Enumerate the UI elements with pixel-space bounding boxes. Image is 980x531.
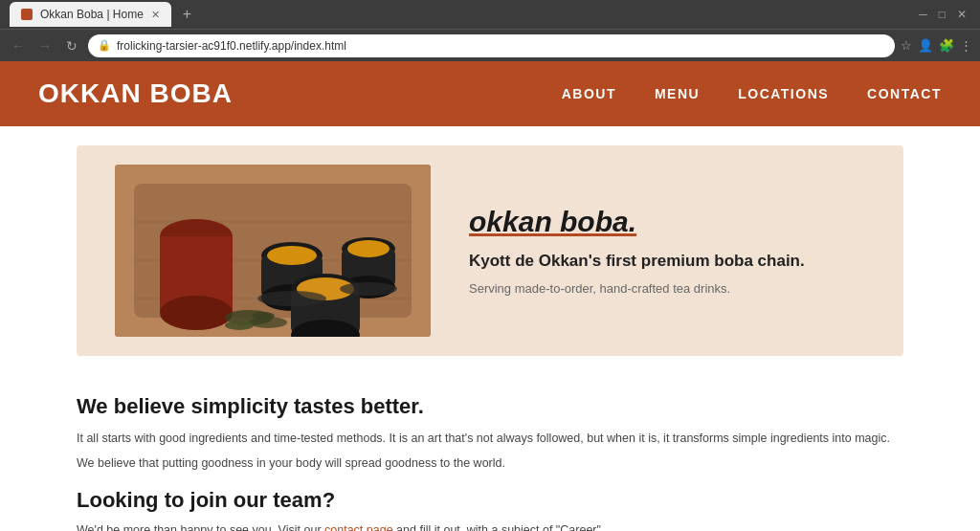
hero-tagline: Serving made-to-order, hand-crafted tea … [469, 281, 865, 296]
back-button[interactable]: ← [8, 38, 29, 54]
website: OKKAN BOBA ABOUT MENU LOCATIONS CONTACT [0, 61, 980, 531]
reload-button[interactable]: ↻ [61, 38, 82, 54]
hero-subtitle: Kyott de Okkan's first premium boba chai… [469, 250, 865, 273]
svg-point-25 [340, 282, 397, 296]
menu-icon[interactable]: ⋮ [960, 38, 972, 53]
nav-about[interactable]: ABOUT [562, 86, 616, 101]
window-controls: ─ □ ✕ [915, 8, 970, 21]
svg-point-15 [267, 246, 317, 265]
hero-text: okkan boba. Kyott de Okkan's first premi… [469, 206, 865, 297]
section2-body: We'd be more than happy to see you. Visi… [77, 520, 903, 531]
nav-links: ABOUT MENU LOCATIONS CONTACT [562, 86, 942, 101]
active-tab[interactable]: Okkan Boba | Home ✕ [10, 2, 171, 27]
section1-title: We believe simplicity tastes better. [77, 394, 903, 419]
maximize-button[interactable]: □ [935, 8, 949, 21]
nav-contact[interactable]: CONTACT [867, 86, 942, 101]
nav-locations[interactable]: LOCATIONS [738, 86, 829, 101]
tab-close-button[interactable]: ✕ [151, 9, 160, 21]
profile-icon[interactable]: 👤 [918, 38, 933, 53]
main-content: We believe simplicity tastes better. It … [0, 375, 980, 531]
extension-icon[interactable]: 🧩 [939, 38, 954, 53]
svg-point-10 [225, 321, 254, 330]
browser-tab-bar: Okkan Boba | Home ✕ + ─ □ ✕ [0, 0, 980, 29]
close-button[interactable]: ✕ [953, 8, 970, 21]
site-logo[interactable]: OKKAN BOBA [38, 78, 233, 109]
section2-body-prefix: We'd be more than happy to see you. Visi… [77, 523, 324, 531]
bookmark-icon[interactable]: ☆ [901, 38, 912, 53]
hero-section: okkan boba. Kyott de Okkan's first premi… [77, 145, 903, 356]
minimize-button[interactable]: ─ [915, 8, 931, 21]
tea-image-svg [115, 165, 431, 337]
hero-image-art [115, 165, 431, 337]
svg-point-7 [160, 296, 233, 330]
svg-point-24 [257, 291, 326, 306]
lock-icon: 🔒 [98, 39, 111, 52]
tab-title: Okkan Boba | Home [40, 8, 144, 21]
svg-point-19 [347, 240, 390, 257]
tab-favicon [21, 9, 33, 20]
section2-body-suffix: and fill it out, with a subject of "Care… [393, 523, 605, 531]
url-text: frolicking-tarsier-ac91f0.netlify.app/in… [117, 39, 346, 53]
section1-body1: It all starts with good ingredients and … [77, 429, 903, 448]
address-bar[interactable]: 🔒 frolicking-tarsier-ac91f0.netlify.app/… [88, 34, 895, 57]
address-bar-row: ← → ↻ 🔒 frolicking-tarsier-ac91f0.netlif… [0, 29, 980, 61]
hero-image [115, 165, 431, 337]
contact-page-link[interactable]: contact page [324, 523, 393, 531]
svg-point-11 [252, 312, 275, 320]
hero-title: okkan boba. [469, 206, 865, 238]
browser-actions: ☆ 👤 🧩 ⋮ [901, 38, 972, 53]
navbar: OKKAN BOBA ABOUT MENU LOCATIONS CONTACT [0, 61, 980, 126]
section2-title: Looking to join our team? [77, 488, 903, 513]
forward-button[interactable]: → [34, 38, 56, 54]
section1-body2: We believe that putting goodness in your… [77, 454, 903, 473]
nav-menu[interactable]: MENU [655, 86, 700, 101]
new-tab-button[interactable]: + [183, 6, 191, 23]
